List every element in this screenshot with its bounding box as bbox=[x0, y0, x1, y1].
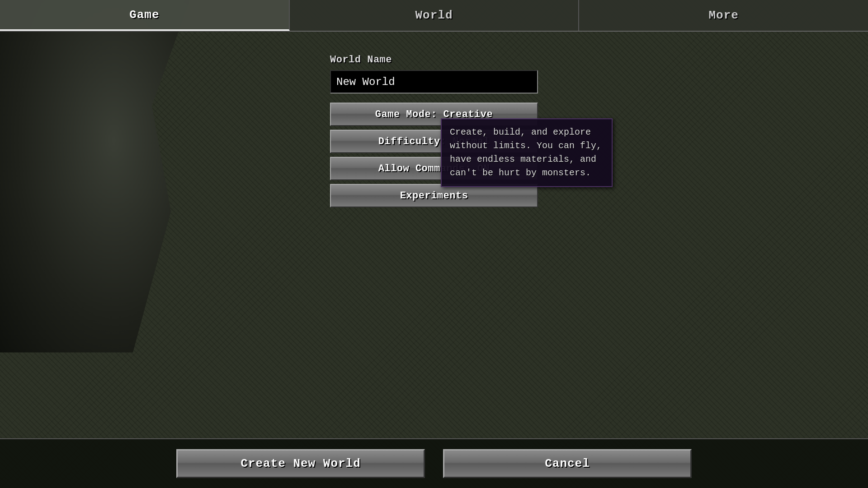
game-mode-tooltip: Create, build, and explore without limit… bbox=[441, 118, 613, 187]
create-new-world-button[interactable]: Create New World bbox=[176, 449, 425, 478]
tab-bar: Game World More bbox=[0, 0, 868, 32]
tab-game[interactable]: Game bbox=[0, 0, 290, 31]
tab-world[interactable]: World bbox=[290, 0, 580, 31]
world-name-input[interactable] bbox=[330, 70, 538, 94]
world-name-label: World Name bbox=[330, 54, 392, 66]
tab-more[interactable]: More bbox=[579, 0, 868, 31]
cancel-button[interactable]: Cancel bbox=[443, 449, 692, 478]
bottom-buttons: Create New World Cancel bbox=[0, 438, 868, 488]
experiments-button[interactable]: Experiments bbox=[330, 184, 538, 207]
